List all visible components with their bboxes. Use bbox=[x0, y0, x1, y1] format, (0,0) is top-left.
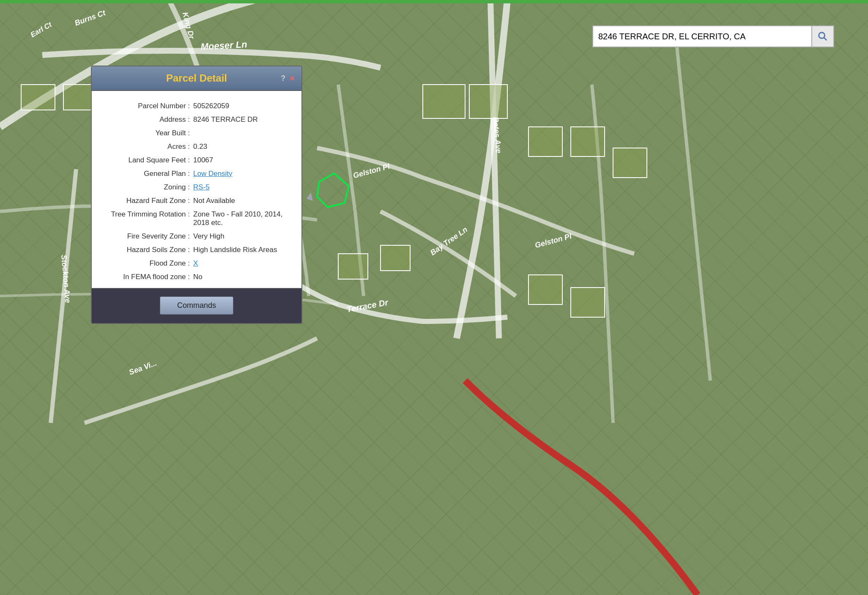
svg-text:Gelston Pl: Gelston Pl bbox=[352, 162, 391, 180]
svg-rect-10 bbox=[613, 148, 647, 178]
svg-rect-12 bbox=[571, 288, 605, 317]
svg-rect-11 bbox=[528, 275, 562, 304]
svg-rect-6 bbox=[338, 254, 368, 279]
svg-text:Earl Ct: Earl Ct bbox=[29, 20, 54, 39]
detail-label: Year Built : bbox=[100, 129, 193, 137]
detail-value: Not Available bbox=[193, 197, 293, 205]
modal-body: Parcel Number :505262059Address :8246 TE… bbox=[92, 91, 301, 288]
detail-label: Acres : bbox=[100, 143, 193, 151]
svg-marker-24 bbox=[317, 173, 349, 207]
svg-text:Gelston Pl: Gelston Pl bbox=[534, 232, 573, 250]
detail-value: 10067 bbox=[193, 156, 293, 165]
svg-rect-4 bbox=[423, 85, 465, 118]
detail-row: In FEMA flood zone :No bbox=[92, 270, 301, 284]
detail-label: Address : bbox=[100, 115, 193, 124]
search-input[interactable]: 8246 TERRACE DR, EL CERRITO, CA bbox=[592, 25, 812, 47]
detail-link[interactable]: X bbox=[193, 259, 198, 267]
svg-text:Burns Ct: Burns Ct bbox=[74, 8, 107, 27]
detail-link[interactable]: Low Density bbox=[193, 170, 233, 178]
detail-row: Fire Severity Zone :Very High bbox=[92, 230, 301, 243]
detail-label: In FEMA flood zone : bbox=[100, 273, 193, 281]
detail-row: Address :8246 TERRACE DR bbox=[92, 113, 301, 126]
detail-value: High Landslide Risk Areas bbox=[193, 246, 293, 254]
detail-row: Flood Zone :X bbox=[92, 257, 301, 270]
detail-value: Zone Two - Fall 2010, 2014, 2018 etc. bbox=[193, 210, 293, 227]
svg-rect-5 bbox=[469, 85, 507, 118]
close-button[interactable]: × bbox=[290, 74, 295, 82]
detail-row: Year Built : bbox=[92, 126, 301, 140]
detail-label: Land Square Feet : bbox=[100, 156, 193, 165]
modal-footer: Commands bbox=[92, 288, 301, 323]
detail-row: Tree Trimming Rotation :Zone Two - Fall … bbox=[92, 208, 301, 230]
svg-text:Sea Vi...: Sea Vi... bbox=[128, 359, 158, 376]
top-bar bbox=[0, 0, 868, 3]
svg-rect-7 bbox=[381, 245, 410, 271]
detail-label: General Plan : bbox=[100, 170, 193, 178]
svg-rect-0 bbox=[21, 85, 55, 110]
detail-row: Parcel Number :505262059 bbox=[92, 99, 301, 113]
detail-row: Zoning :RS-5 bbox=[92, 181, 301, 194]
svg-line-27 bbox=[824, 38, 827, 40]
svg-rect-8 bbox=[528, 127, 562, 156]
detail-link[interactable]: RS-5 bbox=[193, 183, 210, 191]
detail-label: Tree Trimming Rotation : bbox=[100, 210, 193, 219]
svg-rect-9 bbox=[571, 127, 605, 156]
detail-value: 8246 TERRACE DR bbox=[193, 115, 293, 124]
help-button[interactable]: ? bbox=[281, 74, 285, 83]
search-bar: 8246 TERRACE DR, EL CERRITO, CA bbox=[592, 25, 834, 47]
modal-title: Parcel Detail bbox=[100, 72, 293, 84]
svg-marker-25 bbox=[307, 192, 313, 201]
search-button[interactable] bbox=[812, 25, 834, 47]
detail-row: General Plan :Low Density bbox=[92, 167, 301, 181]
detail-label: Parcel Number : bbox=[100, 102, 193, 110]
modal-controls: ? × bbox=[281, 74, 295, 83]
detail-row: Hazard Soils Zone :High Landslide Risk A… bbox=[92, 243, 301, 257]
detail-value[interactable]: X bbox=[193, 259, 293, 268]
detail-row: Land Square Feet :10067 bbox=[92, 154, 301, 167]
detail-label: Hazard Soils Zone : bbox=[100, 246, 193, 254]
detail-row: Hazard Fault Zone :Not Available bbox=[92, 194, 301, 208]
detail-value: No bbox=[193, 273, 293, 281]
svg-point-26 bbox=[819, 33, 825, 38]
parcel-detail-modal: Parcel Detail ? × Parcel Number :5052620… bbox=[91, 66, 302, 324]
detail-row: Acres :0.23 bbox=[92, 140, 301, 154]
detail-label: Hazard Fault Zone : bbox=[100, 197, 193, 205]
detail-value[interactable]: Low Density bbox=[193, 170, 293, 178]
commands-button[interactable]: Commands bbox=[160, 296, 233, 315]
svg-rect-1 bbox=[63, 85, 93, 110]
detail-value: Very High bbox=[193, 232, 293, 241]
detail-label: Fire Severity Zone : bbox=[100, 232, 193, 241]
detail-value[interactable]: RS-5 bbox=[193, 183, 293, 192]
detail-label: Flood Zone : bbox=[100, 259, 193, 268]
detail-value: 0.23 bbox=[193, 143, 293, 151]
detail-label: Zoning : bbox=[100, 183, 193, 192]
modal-header: Parcel Detail ? × bbox=[92, 66, 301, 91]
detail-value: 505262059 bbox=[193, 102, 293, 110]
